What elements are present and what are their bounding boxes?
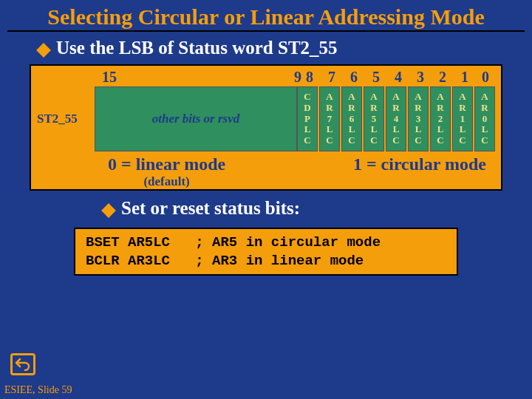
bit-5: 5 [372, 69, 380, 86]
field-bit-8: CDPLC [297, 86, 318, 151]
field-char: C [459, 135, 466, 146]
field-char: A [326, 92, 332, 103]
field-bit-7: AR7LC [319, 86, 340, 151]
field-bit-6: AR6LC [341, 86, 362, 151]
field-char: 7 [327, 114, 332, 125]
field-char: D [304, 103, 310, 114]
field-char: R [392, 103, 399, 114]
field-char: C [348, 135, 355, 146]
field-char: P [304, 114, 310, 125]
bit-indices: 15 9 8 7 6 5 4 3 2 1 0 [37, 69, 495, 86]
field-char: A [437, 92, 443, 103]
bit-7: 7 [328, 69, 335, 86]
field-char: L [482, 124, 488, 135]
field-char: C [437, 135, 443, 146]
back-button[interactable] [10, 353, 35, 375]
field-char: A [459, 92, 466, 103]
bullet-1: Use the LSB of Status word ST2_55 [0, 36, 532, 63]
bit-1: 1 [461, 69, 468, 86]
field-char: 2 [438, 114, 443, 125]
back-u-turn-icon [15, 358, 31, 371]
field-char: L [327, 124, 333, 135]
field-char: 5 [372, 114, 377, 125]
mode-0-default: (default) [108, 174, 225, 189]
field-char: A [481, 92, 488, 103]
field-bit-2: AR2LC [430, 86, 451, 151]
field-char: R [415, 103, 421, 114]
field-bit-1: AR1LC [452, 86, 473, 151]
field-char: L [304, 124, 311, 135]
field-char: C [392, 135, 399, 146]
field-bit-4: AR4LC [386, 86, 406, 151]
register-diagram: 15 9 8 7 6 5 4 3 2 1 0 ST2_55 other bits… [30, 64, 502, 191]
field-char: L [415, 124, 422, 135]
field-char: R [326, 103, 332, 114]
field-char: R [481, 103, 488, 114]
field-char: A [415, 92, 421, 103]
field-bit-0: AR0LC [474, 86, 495, 151]
bullet-2: Set or reset status bits: [0, 197, 532, 223]
field-char: C [370, 135, 377, 146]
other-bits-cell: other bits or rsvd [95, 86, 297, 151]
field-bit-5: AR5LC [364, 86, 384, 151]
field-char: C [326, 135, 332, 146]
code-line-1: BSET AR5LC ; AR5 in circular mode [86, 234, 381, 250]
bullet-1-text: Use the LSB of Status word ST2_55 [56, 38, 338, 58]
code-example: BSET AR5LC ; AR5 in circular mode BCLR A… [74, 228, 458, 276]
slide-title: Selecting Circular or Linear Addressing … [7, 0, 525, 32]
field-char: C [481, 135, 488, 146]
field-char: L [393, 124, 400, 135]
field-char: C [304, 135, 310, 146]
field-char: A [392, 92, 399, 103]
bit-4: 4 [395, 69, 402, 86]
bit-9: 9 [294, 69, 301, 86]
field-char: R [370, 103, 377, 114]
field-char: 3 [416, 114, 421, 125]
field-char: A [348, 92, 355, 103]
field-char: R [348, 103, 355, 114]
bit-15: 15 [102, 69, 117, 86]
field-char: 1 [460, 114, 466, 125]
field-bit-3: AR3LC [408, 86, 429, 151]
slide-footer: ESIEE, Slide 59 [4, 384, 72, 396]
mode-1: 1 = circular mode [353, 154, 486, 174]
bit-8: 8 [306, 69, 313, 86]
field-char: R [437, 103, 443, 114]
field-char: 6 [349, 114, 355, 125]
bit-2: 2 [439, 69, 446, 86]
diamond-icon [36, 43, 51, 58]
bit-0: 0 [482, 69, 489, 86]
field-char: L [437, 124, 444, 135]
field-char: L [349, 124, 355, 135]
field-char: L [371, 124, 378, 135]
field-char: 0 [482, 114, 488, 125]
code-line-2: BCLR AR3LC ; AR3 in linear mode [86, 253, 364, 269]
bullet-2-text: Set or reset status bits: [121, 198, 300, 219]
bit-6: 6 [350, 69, 358, 86]
field-char: A [370, 92, 377, 103]
field-char: C [304, 92, 310, 103]
register-name: ST2_55 [37, 86, 95, 151]
field-char: C [415, 135, 421, 146]
bit-3: 3 [417, 69, 424, 86]
mode-0: 0 = linear mode [108, 154, 225, 174]
field-char: R [459, 103, 466, 114]
field-char: L [460, 124, 466, 135]
field-char: 4 [394, 114, 399, 125]
diamond-icon [101, 203, 116, 218]
